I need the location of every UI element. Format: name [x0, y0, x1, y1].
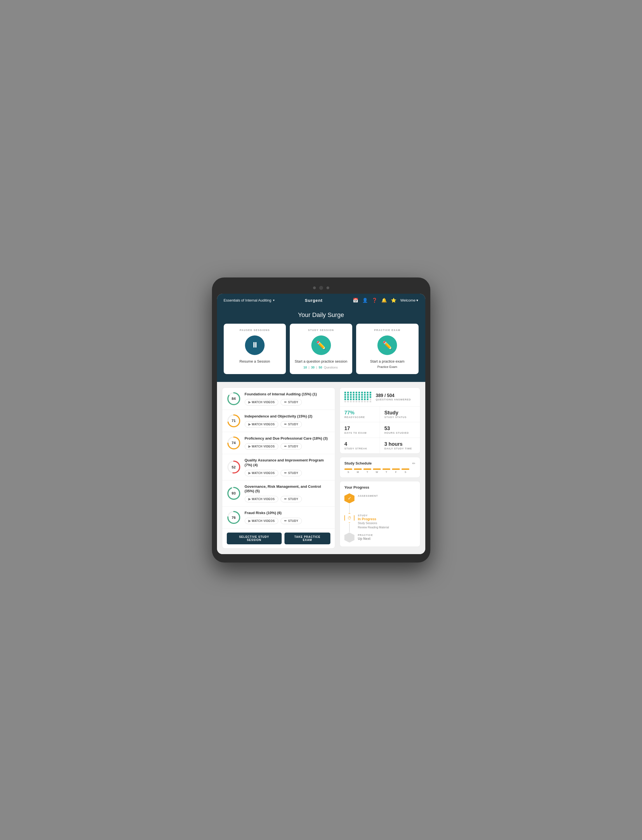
q-dot-36 — [361, 399, 363, 400]
day-bar-T — [363, 469, 371, 470]
study-button-4[interactable]: ✏ STUDY — [280, 470, 302, 476]
q-dot-33 — [353, 399, 355, 400]
assessment-hex-shape: ✓ — [344, 493, 355, 503]
topic-info-5: Governance, Risk Management, and Control… — [245, 485, 331, 503]
50-questions-link[interactable]: 50 — [319, 366, 322, 369]
practice-exam-card[interactable]: PRACTICE EXAM ✏️ Start a practice exam P… — [356, 324, 418, 374]
q-dot-14 — [355, 394, 357, 396]
pencil-icon-2: ✏ — [284, 423, 287, 426]
paused-text: Resume a Session — [239, 359, 270, 364]
topic-buttons-2: ▶ WATCH VIDEOS ✏ STUDY — [245, 421, 331, 428]
practice-text: Start a practice exam — [370, 359, 405, 364]
q-dot-47 — [364, 401, 366, 402]
study-text: Start a question practice session — [295, 359, 347, 364]
paused-sessions-card[interactable]: PAUSED SESSIONS ⏸ Resume a Session — [224, 324, 286, 374]
day-label-S: S — [347, 471, 349, 474]
watch-videos-button-5[interactable]: ▶ WATCH VIDEOS — [245, 496, 279, 502]
star-icon[interactable]: ⭐ — [391, 298, 396, 303]
q-dot-4 — [355, 392, 357, 393]
practice-hex — [344, 533, 355, 543]
stats-card: 389 / 504 QUESTIONS ANSWERED 77% READYSC… — [340, 388, 420, 454]
pencil-icon-5: ✏ — [284, 497, 287, 501]
day-label-W: W — [376, 471, 378, 474]
hours-studied-cell: 53 HOURS STUDIED — [380, 422, 420, 438]
topics-bottom-buttons: SELECTIVE STUDY SESSION TAKE PRACTICE EX… — [222, 529, 335, 548]
day-item-F: F — [392, 469, 400, 474]
bell-icon[interactable]: 🔔 — [381, 298, 387, 303]
schedule-card: Study Schedule ✏ SMTWTFS — [340, 457, 420, 478]
q-dot-11 — [347, 394, 349, 396]
schedule-days: SMTWTFS — [344, 469, 415, 474]
10-questions-link[interactable]: 10 — [303, 366, 307, 369]
topic-info-4: Quality Assurance and Improvement Progra… — [245, 458, 331, 476]
main-content: 84 Foundations of Internal Auditing (15%… — [217, 382, 425, 555]
study-content: STUDY In Progress Study SessionsReview R… — [358, 513, 415, 529]
q-dot-29 — [370, 396, 371, 398]
course-title[interactable]: Essentials of Internal Auditing — [224, 298, 272, 302]
hours-studied-label: HOURS STUDIED — [384, 431, 415, 434]
topic-name-6: Fraud Risks (10%) (6) — [245, 511, 331, 516]
q-dot-7 — [364, 392, 366, 393]
camera-dot-left — [313, 287, 316, 289]
topics-panel: 84 Foundations of Internal Auditing (15%… — [222, 388, 336, 549]
camera-dot-right — [326, 287, 329, 289]
study-button-5[interactable]: ✏ STUDY — [280, 496, 302, 502]
assessment-content: ASSESSMENT — [358, 493, 415, 498]
welcome-dropdown[interactable]: Welcome ▾ — [400, 298, 418, 302]
30-questions-link[interactable]: 30 — [311, 366, 315, 369]
practice-status-step: Up Next — [358, 537, 415, 541]
assessment-hex: ✓ — [344, 493, 355, 503]
topic-name-1: Foundations of Internal Auditing (15%) (… — [245, 392, 331, 397]
q-dot-18 — [367, 394, 368, 396]
topic-score-5: 93 — [232, 491, 235, 495]
daily-study-time-label: DAILY STUDY TIME — [384, 447, 415, 450]
watch-videos-button-3[interactable]: ▶ WATCH VIDEOS — [245, 443, 279, 450]
day-item-W: W — [373, 469, 381, 474]
checkmark-icon: ✓ — [348, 496, 351, 501]
q-dot-27 — [364, 396, 366, 398]
topics-container: 84 Foundations of Internal Auditing (15%… — [222, 388, 335, 529]
readyscore-cell: 77% READYSCORE — [340, 407, 380, 422]
selective-study-button[interactable]: SELECTIVE STUDY SESSION — [227, 533, 282, 544]
help-icon[interactable]: ❓ — [372, 298, 378, 303]
schedule-header: Study Schedule ✏ — [344, 461, 415, 465]
take-practice-exam-button[interactable]: TAKE PRACTICE EXAM — [284, 533, 331, 544]
q-dot-23 — [353, 396, 355, 398]
watch-videos-button-1[interactable]: ▶ WATCH VIDEOS — [245, 399, 279, 405]
header: Essentials of Internal Auditing ▾ Surgen… — [217, 294, 425, 307]
study-session-card[interactable]: STUDY SESSION ✏️ Start a question practi… — [290, 324, 352, 374]
topic-score-1: 84 — [232, 396, 235, 401]
watch-videos-button-2[interactable]: ▶ WATCH VIDEOS — [245, 421, 279, 428]
study-streak-cell: 4 STUDY STREAK — [340, 438, 380, 453]
topic-row-1: 84 Foundations of Internal Auditing (15%… — [222, 388, 335, 410]
user-icon[interactable]: 👤 — [362, 298, 368, 303]
practice-icon-col — [344, 533, 355, 543]
study-label: STUDY SESSION — [308, 329, 334, 331]
day-bar-S — [344, 469, 352, 470]
topic-buttons-5: ▶ WATCH VIDEOS ✏ STUDY — [245, 496, 331, 502]
watch-videos-button-4[interactable]: ▶ WATCH VIDEOS — [245, 470, 279, 476]
q-dot-3 — [353, 392, 355, 393]
study-button-3[interactable]: ✏ STUDY — [280, 443, 302, 450]
day-bar-M — [354, 469, 362, 470]
q-dot-17 — [364, 394, 366, 396]
days-to-exam-cell: 17 DAYS TO EXAM — [340, 422, 380, 438]
study-button-2[interactable]: ✏ STUDY — [280, 421, 302, 428]
watch-videos-button-6[interactable]: ▶ WATCH VIDEOS — [245, 518, 279, 524]
q-dot-21 — [347, 396, 349, 398]
q-dot-15 — [358, 394, 360, 396]
progress-title: Your Progress — [344, 485, 415, 490]
q-dot-10 — [344, 394, 346, 396]
q-dot-5 — [358, 392, 360, 393]
hours-studied-value: 53 — [384, 426, 415, 431]
study-button-6[interactable]: ✏ STUDY — [280, 518, 302, 524]
study-button-1[interactable]: ✏ STUDY — [280, 399, 302, 405]
stats-grid: 77% READYSCORE Study STUDY STATUS 17 DAY… — [340, 407, 420, 453]
play-icon-1: ▶ — [248, 401, 251, 404]
assessment-label: ASSESSMENT — [358, 495, 415, 497]
calendar-icon[interactable]: 📅 — [353, 298, 358, 303]
q-dot-48 — [367, 401, 368, 402]
step-line-1 — [349, 504, 350, 512]
edit-schedule-icon[interactable]: ✏ — [412, 461, 415, 465]
day-bar-W — [373, 469, 381, 470]
